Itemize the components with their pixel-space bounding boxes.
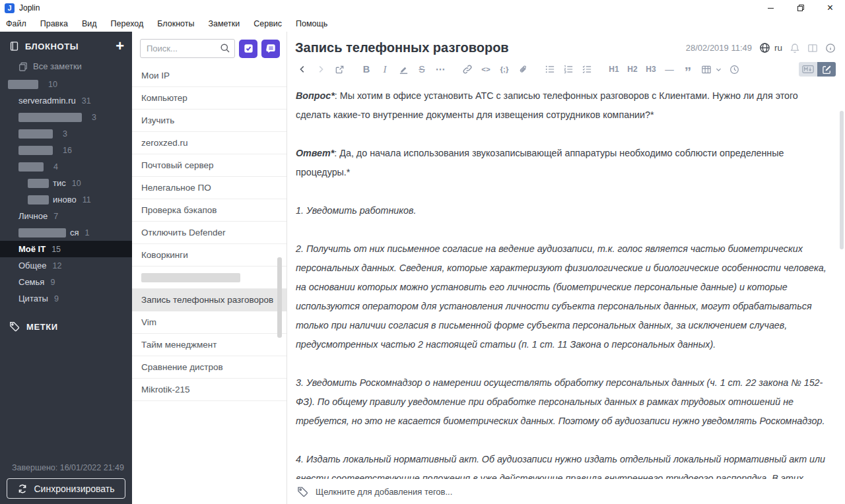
all-notes-item[interactable]: Все заметки bbox=[0, 58, 132, 76]
hyperlink-button[interactable] bbox=[461, 62, 474, 77]
inline-code-button[interactable]: <> bbox=[479, 62, 492, 77]
note-title[interactable]: Запись телефонных разговоров bbox=[295, 40, 686, 55]
notebook-item[interactable]: serveradmin.ru 31 bbox=[0, 92, 132, 109]
checkbox-list-button[interactable] bbox=[580, 62, 593, 77]
strikethrough-button[interactable]: S bbox=[415, 62, 428, 77]
note-list-item[interactable]: Проверка бэкапов bbox=[132, 199, 287, 222]
note-count: 3 bbox=[92, 113, 96, 122]
menu-item[interactable]: Заметки bbox=[208, 19, 240, 28]
new-note-button[interactable] bbox=[261, 40, 280, 58]
synchronize-button[interactable]: Синхронизировать bbox=[7, 478, 125, 499]
menu-item[interactable]: Переход bbox=[111, 19, 144, 28]
notebook-item[interactable]: тис 10 bbox=[0, 175, 132, 191]
notebook-item[interactable]: 4 bbox=[0, 158, 132, 175]
tag-bar[interactable]: Щелкните для добавления тегов... bbox=[287, 479, 845, 504]
heading-1-button[interactable]: H1 bbox=[607, 62, 621, 77]
note-list-item[interactable]: Нелегальное ПО bbox=[132, 177, 287, 199]
note-list-item[interactable]: Сравнение дистров bbox=[132, 356, 287, 379]
notebook-item[interactable]: 3 bbox=[0, 109, 132, 125]
tag-icon bbox=[9, 321, 20, 332]
note-count: 1 bbox=[85, 228, 90, 237]
insert-datetime-button[interactable] bbox=[727, 62, 741, 77]
note-paragraph: 4. Издать локальный нормативный акт. Об … bbox=[296, 450, 828, 479]
back-button[interactable] bbox=[296, 62, 309, 77]
note-paragraph: 1. Уведомить работников. bbox=[296, 201, 828, 220]
joplin-logo-icon: J bbox=[5, 3, 15, 13]
note-count: 4 bbox=[53, 162, 58, 172]
code-block-button[interactable]: {;} bbox=[498, 62, 511, 77]
note-list-item[interactable]: Mikrotik-215 bbox=[132, 379, 287, 401]
menu-item[interactable]: Вид bbox=[82, 19, 97, 28]
all-notes-icon bbox=[18, 62, 28, 71]
restore-button[interactable] bbox=[786, 0, 815, 16]
note-properties-info-icon[interactable] bbox=[825, 43, 836, 53]
bulleted-list-button[interactable] bbox=[543, 62, 557, 77]
spellcheck-language[interactable]: ru bbox=[774, 43, 782, 53]
note-count: 9 bbox=[54, 294, 59, 303]
quote-button[interactable]: ” bbox=[681, 62, 694, 77]
layout-toggle-icon[interactable] bbox=[807, 43, 818, 53]
minimize-button[interactable] bbox=[756, 0, 786, 16]
new-todo-button[interactable] bbox=[239, 40, 257, 58]
rich-text-editor-toggle[interactable] bbox=[817, 62, 836, 77]
external-edit-button[interactable] bbox=[333, 62, 346, 77]
heading-2-button[interactable]: H2 bbox=[626, 62, 639, 77]
note-list-item[interactable]: Vim bbox=[132, 311, 287, 334]
menu-item[interactable]: Помощь bbox=[296, 19, 327, 28]
notebook-item[interactable]: Личное 7 bbox=[0, 208, 132, 224]
insert-table-button[interactable] bbox=[700, 62, 713, 77]
notebook-item[interactable]: 3 bbox=[0, 125, 132, 142]
note-count: 7 bbox=[53, 212, 58, 221]
note-list-item[interactable] bbox=[132, 267, 287, 289]
notebook-item[interactable]: Общее 12 bbox=[0, 257, 132, 274]
note-list-scrollbar[interactable] bbox=[277, 257, 282, 338]
heading-3-button[interactable]: H3 bbox=[644, 62, 658, 77]
notebook-item[interactable]: 16 bbox=[0, 142, 132, 158]
close-button[interactable]: × bbox=[815, 0, 845, 16]
more-options-button[interactable]: ⋯ bbox=[434, 62, 447, 77]
forward-button[interactable] bbox=[314, 62, 327, 77]
numbered-list-button[interactable] bbox=[562, 62, 575, 77]
markdown-editor-toggle[interactable] bbox=[799, 62, 817, 77]
note-count: 11 bbox=[83, 195, 91, 205]
notebook-item[interactable]: Семья 9 bbox=[0, 274, 132, 290]
redacted-label bbox=[18, 162, 44, 172]
spellcheck-globe-icon[interactable] bbox=[759, 42, 770, 53]
notebook-item[interactable]: Моё IT 15 bbox=[0, 241, 132, 257]
menu-item[interactable]: Сервис bbox=[254, 19, 282, 28]
note-list-item[interactable]: Изучить bbox=[132, 110, 287, 132]
italic-button[interactable]: I bbox=[378, 62, 391, 77]
note-list-item[interactable]: Компьютер bbox=[132, 87, 287, 110]
note-list-item[interactable]: Мои IP bbox=[132, 65, 287, 87]
horizontal-rule-button[interactable]: — bbox=[663, 62, 676, 77]
table-menu-chevron[interactable] bbox=[714, 62, 722, 77]
alarm-bell-icon[interactable] bbox=[790, 43, 800, 53]
note-list-item[interactable]: Тайм менеджмент bbox=[132, 334, 287, 356]
note-list-item[interactable]: Запись телефонных разговоров bbox=[132, 289, 287, 311]
paragraph-lead: Вопрос* bbox=[296, 90, 335, 101]
menu-item[interactable]: Блокноты bbox=[157, 19, 194, 28]
attach-file-button[interactable] bbox=[516, 62, 529, 77]
note-count: 12 bbox=[53, 261, 62, 270]
menu-item[interactable]: Правка bbox=[40, 19, 68, 28]
note-list-item[interactable]: Коворкинги bbox=[132, 244, 287, 267]
new-notebook-button[interactable]: + bbox=[116, 41, 124, 51]
note-list-item[interactable]: Почтовый сервер bbox=[132, 154, 287, 177]
notebook-item[interactable]: иново 11 bbox=[0, 191, 132, 208]
note-list-item[interactable]: zeroxzed.ru bbox=[132, 132, 287, 154]
editor-panel: Запись телефонных разговоров 28/02/2019 … bbox=[287, 32, 845, 504]
minimize-icon bbox=[767, 5, 774, 12]
note-body[interactable]: Вопрос*: Мы хотим в офисе установить АТС… bbox=[287, 80, 845, 479]
note-list-item[interactable]: Отключить Defender bbox=[132, 222, 287, 244]
tags-section-header[interactable]: МЕТКИ bbox=[0, 321, 132, 332]
restore-icon bbox=[797, 4, 805, 12]
notebook-item[interactable]: ся 1 bbox=[0, 224, 132, 241]
note-count: 10 bbox=[72, 179, 81, 188]
bold-button[interactable]: B bbox=[360, 62, 373, 77]
menu-item[interactable]: Файл bbox=[6, 19, 26, 28]
note-count: 16 bbox=[63, 146, 72, 155]
editor-scrollbar[interactable] bbox=[840, 111, 844, 249]
notebook-item[interactable]: 10 bbox=[0, 76, 132, 92]
notebook-item[interactable]: Цитаты 9 bbox=[0, 290, 132, 307]
highlight-pen-button[interactable] bbox=[397, 62, 410, 77]
